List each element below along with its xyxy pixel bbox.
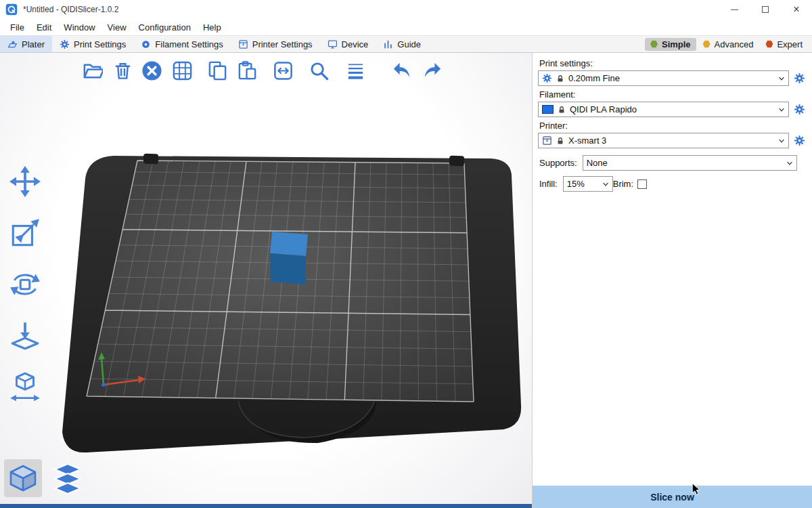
gear-icon (794, 135, 805, 146)
move-tool-button[interactable] (4, 161, 46, 202)
filament-combo[interactable]: QIDI PLA Rapido (538, 102, 789, 117)
measure-icon (8, 371, 42, 404)
tab-filament-settings[interactable]: Filament Settings (133, 36, 230, 52)
print-settings-label: Print settings: (539, 58, 807, 68)
3d-viewport[interactable] (0, 53, 532, 508)
chevron-down-icon (777, 75, 786, 83)
mouse-cursor (690, 482, 703, 496)
menu-help[interactable]: Help (197, 20, 227, 35)
infill-value: 15% (567, 179, 585, 189)
tab-guide[interactable]: Guide (376, 36, 428, 52)
printer-edit-button[interactable] (792, 133, 807, 148)
undo-button[interactable] (388, 57, 415, 84)
move-arrows-icon (8, 165, 42, 198)
plate-clip (449, 156, 465, 167)
3d-scene[interactable] (0, 53, 532, 508)
tab-plater[interactable]: Plater (0, 36, 52, 52)
model-cube[interactable] (270, 232, 308, 284)
supports-combo[interactable]: None (583, 155, 797, 171)
menu-file[interactable]: File (4, 20, 30, 35)
place-on-face-tool-button[interactable] (4, 316, 46, 356)
simple-mode-icon (650, 41, 658, 48)
mode-advanced[interactable]: Advanced (698, 38, 759, 51)
lock-icon (558, 106, 566, 114)
redo-button[interactable] (419, 57, 446, 84)
cube-3d-icon (7, 462, 39, 494)
view-toolbar (4, 459, 87, 497)
chevron-down-icon (786, 159, 794, 167)
supports-value: None (587, 158, 608, 168)
close-button[interactable]: × (781, 0, 812, 19)
menu-window[interactable]: Window (58, 20, 101, 35)
x-circle-icon (141, 60, 162, 81)
gear-icon (794, 72, 805, 84)
chevron-down-icon (602, 180, 610, 188)
copy-icon (207, 60, 228, 81)
printer-icon (542, 135, 552, 146)
preview-button[interactable] (49, 459, 87, 497)
printer-value: X-smart 3 (568, 135, 606, 146)
arrange-button[interactable] (168, 57, 196, 84)
brim-label: Brim: (613, 179, 633, 189)
menu-view[interactable]: View (102, 20, 133, 35)
delete-button[interactable] (109, 57, 136, 84)
tab-printer-settings[interactable]: Printer Settings (231, 36, 320, 52)
brim-checkbox[interactable] (637, 179, 647, 189)
printer-combo[interactable]: X-smart 3 (538, 133, 789, 148)
slice-now-button[interactable]: Slice now (533, 486, 812, 508)
measure-tool-button[interactable] (4, 367, 46, 408)
3d-editor-view-button[interactable] (4, 459, 42, 497)
gear-icon (794, 104, 805, 115)
print-settings-combo[interactable]: 0.20mm Fine (538, 70, 789, 86)
mode-simple[interactable]: Simple (645, 38, 696, 51)
expert-mode-icon (765, 41, 773, 48)
scale-icon (8, 216, 42, 250)
maximize-button[interactable] (750, 0, 781, 19)
layers-stack-icon (51, 462, 84, 494)
folder-open-icon (82, 60, 103, 81)
lock-icon (556, 137, 564, 145)
print-settings-edit-button[interactable] (792, 70, 807, 86)
filament-label: Filament: (539, 89, 807, 100)
filament-value: QIDI PLA Rapido (570, 104, 637, 114)
app-icon (5, 3, 18, 16)
split-button[interactable] (269, 57, 296, 84)
rotate-tool-button[interactable] (4, 264, 46, 305)
tab-device[interactable]: Device (320, 36, 376, 52)
menu-configuration[interactable]: Configuration (133, 20, 197, 35)
infill-label: Infill: (539, 179, 558, 189)
gizmo-toolbar (4, 161, 46, 408)
paste-button[interactable] (233, 57, 261, 84)
plater-icon (7, 39, 18, 49)
infill-combo[interactable]: 15% (563, 176, 613, 192)
search-button[interactable] (305, 57, 332, 84)
menu-edit[interactable]: Edit (30, 20, 58, 35)
filament-edit-button[interactable] (792, 102, 807, 117)
rotate-icon (8, 268, 42, 301)
open-button[interactable] (78, 57, 106, 84)
gear-icon (542, 73, 552, 83)
window-title: *Untitled - QIDISlicer-1.0.2 (23, 5, 118, 14)
delete-all-button[interactable] (138, 57, 165, 84)
scale-tool-button[interactable] (4, 213, 46, 253)
paste-icon (237, 60, 258, 81)
printer-label: Printer: (539, 121, 807, 131)
trash-icon (112, 60, 133, 81)
minimize-button[interactable] (719, 0, 750, 19)
plate-clip (143, 154, 159, 165)
print-settings-value: 0.20mm Fine (568, 73, 620, 83)
advanced-mode-icon (703, 41, 710, 48)
copy-button[interactable] (204, 57, 231, 84)
sidebar: Print settings: 0.20mm Fine Filament: QI… (532, 53, 812, 508)
qidislicer-window: *Untitled - QIDISlicer-1.0.2 × File Edit… (0, 0, 812, 508)
lock-icon (556, 75, 564, 83)
monitor-icon (328, 39, 338, 49)
mode-expert[interactable]: Expert (760, 38, 808, 51)
tab-print-settings[interactable]: Print Settings (52, 36, 133, 52)
viewport-bottom-bar (0, 504, 532, 508)
supports-label: Supports: (539, 158, 577, 168)
close-icon: × (793, 4, 799, 15)
variable-layer-height-button[interactable] (342, 57, 369, 84)
printer-icon (238, 39, 248, 49)
gear-icon (60, 39, 70, 49)
